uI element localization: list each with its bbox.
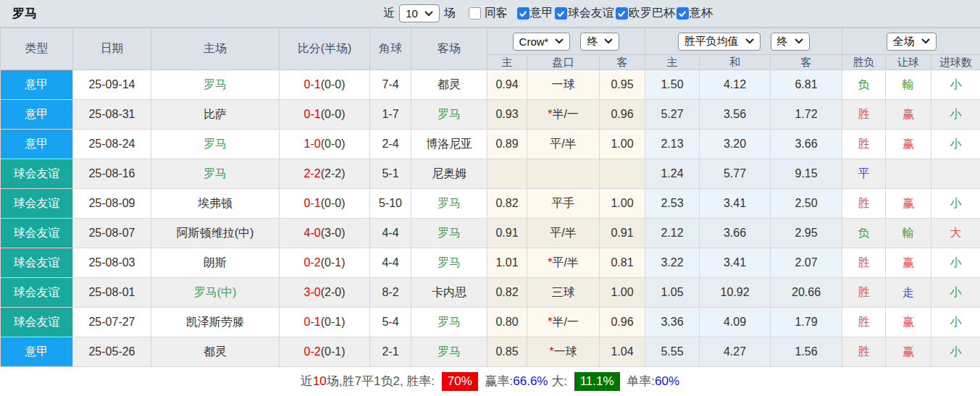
result-goals: 小: [931, 130, 980, 159]
filter-label: 欧罗巴杯: [629, 6, 675, 21]
league-filter[interactable]: 意杯: [677, 6, 713, 21]
handicap-odds-home: 0.93: [487, 100, 527, 130]
result-wdl: 胜: [842, 308, 886, 337]
avg-odds-away: 1.72: [771, 100, 842, 130]
score-cell: 2-2(2-2): [280, 159, 370, 189]
away-team[interactable]: 尼奥姆: [411, 159, 487, 189]
halftime-score: (0-1): [321, 316, 345, 328]
chevron-down-icon: [604, 38, 613, 44]
match-date: 25-09-14: [73, 70, 151, 100]
away-team[interactable]: 罗马: [411, 219, 487, 248]
scope-select[interactable]: 全场: [887, 33, 937, 51]
matches-table: 类型 日期 主场 比分(半场) 角球 客场 Crow* 终: [0, 28, 980, 367]
avg-odds-away: 6.81: [771, 70, 842, 100]
home-team[interactable]: 凯泽斯劳滕: [151, 308, 280, 337]
league-filter[interactable]: 球会友谊: [555, 6, 614, 21]
result-wdl: 胜: [842, 337, 886, 367]
summary-segment: 大:: [548, 373, 570, 389]
checkbox-checked-icon[interactable]: [616, 7, 628, 20]
table-row: 球会友谊 25-08-16 罗马 2-2(2-2) 5-1 尼奥姆 1.24 5…: [1, 159, 980, 189]
scope-select-value: 全场: [893, 35, 915, 49]
result-handicap: 走: [886, 278, 931, 308]
home-team[interactable]: 比萨: [151, 100, 280, 130]
handicap-time-select[interactable]: 终: [580, 33, 619, 51]
away-team[interactable]: 博洛尼亚: [411, 130, 487, 159]
corners: 8-2: [370, 278, 411, 308]
fulltime-score: 2-2: [304, 167, 321, 180]
avg-odds-draw: 3.56: [700, 100, 771, 130]
home-team[interactable]: 朗斯: [151, 248, 280, 278]
away-team[interactable]: 都灵: [411, 70, 487, 100]
avg-odds-select[interactable]: 胜平负均值: [678, 33, 761, 51]
away-team[interactable]: 罗马: [411, 248, 487, 278]
avg-odds-away: 2.50: [771, 189, 842, 219]
match-type-badge: 球会友谊: [1, 278, 73, 308]
check-icon: [617, 9, 626, 18]
subcol-result-goals: 进球数: [931, 55, 980, 70]
near-label: 近: [383, 6, 395, 21]
checkbox-checked-icon[interactable]: [677, 7, 689, 20]
avg-odds-away: 3.66: [771, 130, 842, 159]
handicap-text: 半/一: [552, 108, 578, 120]
away-team[interactable]: 罗马: [411, 337, 487, 367]
bookmaker-select[interactable]: Crow*: [513, 33, 571, 51]
handicap-odds-away: 0.95: [600, 70, 645, 100]
match-count-select[interactable]: 10: [399, 4, 440, 22]
handicap-line: 一球: [527, 70, 600, 100]
handicap-time-select-value: 终: [587, 35, 598, 49]
away-team[interactable]: 罗马: [411, 189, 487, 219]
result-goals: 小: [931, 189, 980, 219]
result-wdl: 胜: [842, 248, 886, 278]
col-header-score: 比分(半场): [280, 28, 370, 70]
handicap-line: *平/半: [527, 248, 600, 278]
avg-time-select-value: 终: [777, 35, 788, 49]
handicap-odds-home: [487, 159, 527, 189]
chevron-down-icon: [795, 38, 803, 44]
away-team[interactable]: 罗马: [411, 100, 487, 130]
score-cell: 0-1(0-0): [280, 100, 370, 130]
handicap-text: 平/半: [550, 227, 576, 239]
halftime-score: (0-0): [321, 197, 345, 209]
checkbox-checked-icon[interactable]: [517, 7, 529, 20]
home-team[interactable]: 罗马(中): [151, 278, 280, 308]
home-team[interactable]: 罗马: [151, 70, 280, 100]
score-cell: 0-1(0-0): [280, 189, 370, 219]
avg-odds-away: 1.56: [771, 337, 842, 367]
fulltime-score: 0-1: [304, 316, 321, 328]
subcol-result-wdl: 胜负: [842, 55, 886, 70]
halftime-score: (2-2): [321, 167, 345, 180]
home-team[interactable]: 埃弗顿: [151, 189, 280, 219]
table-row: 意甲 25-09-14 罗马 0-1(0-0) 7-4 都灵 0.94 一球 0…: [1, 70, 980, 100]
home-team[interactable]: 罗马: [151, 130, 280, 159]
check-icon: [556, 9, 565, 18]
bookmaker-select-value: Crow*: [519, 35, 549, 48]
avg-odds-home: 1.50: [645, 70, 700, 100]
home-team[interactable]: 罗马: [151, 159, 280, 189]
result-goals: 小: [931, 308, 980, 337]
home-team[interactable]: 都灵: [151, 337, 280, 367]
avg-odds-home: 2.13: [645, 130, 700, 159]
match-date: 25-08-07: [73, 219, 151, 248]
fulltime-score: 0-1: [304, 197, 321, 209]
home-team[interactable]: 阿斯顿维拉(中): [151, 219, 280, 248]
away-team[interactable]: 卡内思: [411, 278, 487, 308]
handicap-odds-away: [600, 159, 645, 189]
result-wdl: 负: [842, 70, 886, 100]
league-filter[interactable]: 欧罗巴杯: [616, 6, 675, 21]
fulltime-score: 0-1: [304, 78, 321, 90]
checkbox-checked-icon[interactable]: [555, 7, 567, 20]
league-filter[interactable]: 意甲: [517, 6, 553, 21]
handicap-line: 平手: [527, 189, 600, 219]
away-team[interactable]: 罗马: [411, 308, 487, 337]
avg-odds-draw: 3.66: [700, 219, 771, 248]
filter-label: 意杯: [690, 6, 713, 21]
avg-odds-home: 3.36: [645, 308, 700, 337]
summary-segment: 场,胜7平1负2, 胜率:: [327, 373, 438, 389]
handicap-text: 平/半: [552, 256, 578, 269]
same-opponent-filter[interactable]: 同客: [469, 6, 508, 21]
match-type-badge: 球会友谊: [1, 189, 73, 219]
avg-time-select[interactable]: 终: [771, 33, 810, 51]
checkbox-unchecked-icon[interactable]: [469, 7, 481, 20]
handicap-text: 半/一: [552, 316, 578, 328]
league-filter-group: 意甲 球会友谊 欧罗巴杯 意杯: [517, 6, 714, 21]
